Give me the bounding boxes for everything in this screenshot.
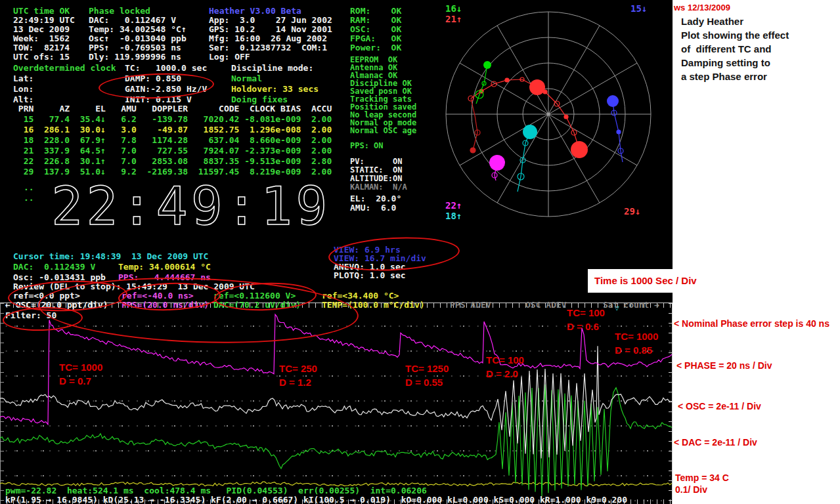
- temp-note-line1: Temp = 34 C: [675, 472, 729, 484]
- heather-panel-line: GPS: 10.2 14 Nov 2001: [209, 25, 332, 34]
- azimuth-spoke: [548, 114, 600, 203]
- phase-panel-line: Temp: 34.002548 °C↑: [89, 25, 187, 34]
- tc-damping-annotation-line: D = 0.55: [405, 375, 449, 389]
- sat-21-trail-marker: [505, 78, 509, 82]
- sat-table-dots-line: ..: [24, 193, 34, 203]
- mode-panel-line: KALMAN: N/A: [350, 183, 407, 192]
- el-amu-panel-line: EL: 20.0°: [350, 194, 401, 203]
- annotation-signature: ws 12/13/2009: [674, 3, 730, 13]
- el-amu-panel-line: AMU: 6.0: [350, 203, 401, 213]
- tc-damping-annotation-line: TC= 1000: [59, 360, 102, 374]
- sat-table-dots-line: ..: [24, 182, 34, 193]
- sat-21-dot: [529, 79, 545, 95]
- hardware-status-panel-line: FPGA: OK: [350, 34, 401, 43]
- azimuth-spoke: [497, 26, 548, 114]
- sat-table-row: 18 228.0 67.9↑ 7.8 1174.28 637.04 8.660e…: [13, 135, 332, 146]
- azimuth-spoke: [460, 114, 548, 165]
- utc-panel: UTC time OK22:49:19 UTC13 Dec 2009Week: …: [13, 7, 75, 62]
- sat-table-row: 22 226.8 30.1↑ 7.0 2853.08 8837.35 -9.51…: [13, 156, 332, 167]
- receiver-status-panel-line: Normal OSC age: [350, 127, 416, 135]
- hardware-status-panel-line: Power: OK: [350, 43, 401, 52]
- phase-panel-line: DAC: 0.112467 V: [89, 16, 187, 25]
- sat-table-row: 15 77.4 35.4↓ 6.2 -139.78 7020.42 -8.081…: [13, 114, 332, 125]
- tc-damping-annotation-line: D = 1.2: [279, 375, 317, 389]
- tc-damping-annotation-line: TC= 250: [279, 362, 317, 375]
- tc-damping-annotation-line: TC= 1250: [405, 362, 449, 375]
- temp-note-line2: 0.1/ Div: [675, 484, 707, 495]
- sat-count-label-line: Sat count →: [603, 301, 659, 310]
- time-per-div-note: Time is 1000 Sec / Div: [588, 269, 776, 293]
- polar-sat-label: 29↓: [624, 207, 640, 216]
- pid-coeff-line-line: kP(1.95 → 16.9845) kD(25.13 → -16.3345) …: [5, 495, 627, 504]
- utc-panel-line: TOW: 82174: [13, 43, 75, 52]
- dac-trace: [0, 385, 672, 496]
- discipline-right: Discipline mode:NormalHoldover: 33 secsD…: [231, 63, 319, 105]
- tc-damping-annotation-line: TC= 100: [567, 306, 605, 320]
- cursor-time-line-line: Cursor time: 19:48:39 13 Dec 2009 UTC: [13, 251, 208, 262]
- discipline-mid-line: TC: 1000.0 sec: [125, 63, 207, 74]
- scale-annotation: < Nominal Phase error step is 40 ns: [674, 318, 829, 329]
- tc-damping-annotation-line: TC= 100: [486, 353, 524, 367]
- tc-damping-annotation-line: D = 0.7: [59, 374, 102, 388]
- sat-15-trail-marker: [617, 130, 621, 134]
- hardware-status-panel-line: ROM: OK: [350, 7, 401, 16]
- sat-15-dot: [607, 95, 619, 107]
- sat-29-trail: [545, 92, 579, 150]
- sat-22-dot: [489, 155, 505, 171]
- phase-panel-line: Osc↑ -0.013040 ppb: [89, 34, 187, 43]
- sat-29-trail-marker: [543, 90, 547, 94]
- heather-panel: Heather V3.00 BetaApp: 3.0 27 Jun 2002GP…: [209, 7, 332, 62]
- tc-damping-annotation-line: D = 0.6: [567, 320, 605, 333]
- discipline-left-line: Lat:: [13, 74, 116, 84]
- view-panel-line: PLOTQ: 1.0 sec: [334, 271, 426, 280]
- heather-panel-line: Heather V3.00 Beta: [209, 7, 332, 16]
- pps-adev-label: PPS ADEV: [450, 301, 491, 310]
- scale-annotation: < PHASE = 20 ns / Div: [676, 360, 772, 371]
- sat-29-trail-marker: [564, 115, 568, 119]
- discipline-right-line: Normal: [231, 74, 319, 84]
- scale-annotation: < DAC = 2e-11 / Div: [674, 436, 757, 448]
- annotation-title-line: Damping setting to: [681, 56, 770, 70]
- tc-damping-annotation: TC= 1000D = 0.85: [615, 329, 658, 357]
- tc-damping-annotation: TC= 100D = 2.0: [486, 353, 524, 381]
- cursor-dac-line: DAC: 0.112439 V: [13, 262, 95, 272]
- satellite-polar-plot: [430, 5, 670, 228]
- cursor-dac: DAC: 0.112439 V: [13, 262, 95, 272]
- tc-damping-annotation: TC= 100D = 0.6: [567, 306, 605, 333]
- sat-table-header: PRN AZ EL AMU DOPPLER CODE CLOCK BIAS AC…: [13, 104, 332, 114]
- discipline-right-line: Holdover: 33 secs: [231, 84, 319, 94]
- big-digital-clock: 22:49:19: [51, 176, 330, 237]
- scale-annotation: < OSC = 2e-11 / Div: [678, 400, 761, 412]
- heather-panel-line: Mfg: 16:00 26 Aug 2002: [209, 34, 332, 43]
- annotation-title-line: of different TC and: [681, 42, 772, 56]
- sat-16-dot: [483, 61, 491, 69]
- hardware-status-panel-line: RAM: OK: [350, 16, 401, 25]
- pps-adev-label-line: PPS ADEV: [450, 301, 491, 310]
- phase-panel-line: Phase locked: [89, 7, 187, 16]
- polar-sat-label: 21↑: [445, 14, 462, 24]
- pps-status: PPS: ON: [350, 142, 384, 150]
- annotation-title-line: a step Phase error: [681, 70, 767, 83]
- cursor-time-line: Cursor time: 19:48:39 13 Dec 2009 UTC: [13, 251, 208, 262]
- heather-panel-line: Log: OFF: [209, 52, 332, 62]
- sat-table: PRN AZ EL AMU DOPPLER CODE CLOCK BIAS AC…: [13, 104, 332, 177]
- discipline-left-line: Overdetermined clock: [13, 63, 116, 74]
- polar-sat-label: 22↑: [445, 201, 462, 210]
- sat-29-dot: [571, 141, 588, 158]
- azimuth-spoke: [548, 114, 637, 165]
- tc-damping-annotation: TC= 250D = 1.2: [279, 362, 317, 389]
- utc-panel-line: 13 Dec 2009: [13, 25, 75, 34]
- polar-sat-label: 18↑: [445, 211, 462, 220]
- mode-panel: PV: ONSTATIC: ONALTITUDE:ONKALMAN: N/A: [350, 158, 407, 192]
- sat-21-history-trail-marker: [470, 148, 475, 153]
- discipline-right-line: Discipline mode:: [231, 63, 319, 74]
- pid-coeff-line: kP(1.95 → 16.9845) kD(25.13 → -16.3345) …: [5, 495, 627, 504]
- cursor-temp-line: Temp: 34.000614 °C: [118, 262, 211, 272]
- heather-panel-line: App: 3.0 27 Jun 2002: [209, 16, 332, 25]
- sat-table-row: 29 137.9 51.0↓ 9.2 -2169.38 11597.45 8.2…: [13, 167, 332, 177]
- polar-center-dot: [547, 113, 550, 116]
- pps-status-line: PPS: ON: [350, 142, 384, 150]
- azimuth-spoke: [548, 63, 637, 114]
- tc-damping-annotation: TC= 1000D = 0.7: [59, 360, 102, 388]
- el-amu-panel: EL: 20.0°AMU: 6.0: [350, 194, 401, 213]
